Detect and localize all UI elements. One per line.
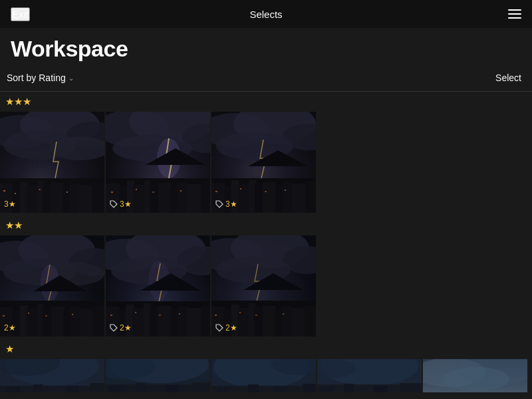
photo-rating-label: 3★ [110, 200, 132, 209]
svg-rect-135 [283, 313, 284, 315]
svg-rect-42 [136, 189, 137, 190]
svg-rect-129 [281, 307, 293, 336]
svg-rect-104 [150, 307, 159, 336]
svg-rect-166 [344, 384, 354, 392]
svg-rect-20 [39, 189, 41, 190]
svg-rect-17 [92, 182, 104, 213]
svg-rect-18 [3, 190, 5, 192]
svg-rect-109 [201, 305, 210, 336]
main-content: ★★★ [0, 92, 532, 392]
page-title: Workspace [11, 36, 521, 62]
svg-rect-132 [215, 315, 217, 316]
sort-bar: Sort by Rating ⌄ Select [0, 67, 532, 92]
one-star-grid [0, 358, 532, 392]
svg-rect-61 [292, 184, 307, 213]
one-star-header: ★ [0, 339, 532, 358]
exit-button[interactable]: Exit [11, 7, 30, 21]
svg-rect-43 [152, 192, 154, 193]
photo-thumb[interactable]: 2★ [211, 235, 316, 336]
svg-rect-127 [263, 306, 276, 336]
svg-rect-112 [159, 315, 161, 316]
hamburger-line-1 [508, 9, 521, 11]
svg-rect-133 [239, 312, 241, 313]
svg-rect-107 [178, 307, 188, 336]
three-star-grid: 3★ [0, 110, 532, 215]
svg-rect-158 [248, 384, 259, 392]
svg-rect-81 [43, 307, 53, 336]
svg-rect-150 [136, 383, 145, 392]
svg-rect-57 [255, 183, 264, 213]
photo-thumb[interactable]: 3★ [0, 112, 104, 213]
photo-rating-label: 3★ [4, 200, 16, 209]
tag-icon [110, 324, 118, 332]
two-star-section: ★★ [0, 215, 532, 339]
two-star-grid: 2★ [0, 234, 532, 339]
three-star-section: ★★★ [0, 92, 532, 215]
svg-rect-55 [238, 184, 250, 213]
svg-rect-111 [135, 312, 136, 313]
svg-rect-143 [66, 386, 78, 392]
svg-rect-10 [27, 185, 39, 213]
tag-icon [110, 200, 118, 208]
svg-rect-40 [201, 182, 210, 213]
svg-rect-151 [166, 385, 179, 392]
photo-thumb[interactable]: 3★ [211, 112, 316, 213]
rating-stars: 3★ [4, 200, 16, 209]
photo-rating-label: 2★ [215, 323, 237, 332]
hamburger-line-3 [508, 17, 521, 19]
svg-rect-105 [158, 306, 172, 336]
photo-thumb[interactable] [0, 359, 104, 392]
top-navigation: Exit Selects [0, 0, 532, 28]
photo-thumb[interactable]: 2★ [0, 235, 104, 336]
svg-rect-66 [285, 190, 286, 191]
two-star-header: ★★ [0, 215, 532, 234]
svg-rect-108 [187, 308, 202, 336]
select-button[interactable]: Select [495, 72, 521, 83]
svg-rect-60 [283, 182, 293, 213]
photo-thumb[interactable] [423, 359, 527, 392]
svg-rect-82 [51, 307, 65, 336]
svg-rect-63 [215, 191, 217, 192]
svg-rect-102 [132, 308, 145, 336]
tag-icon [215, 200, 223, 208]
hamburger-line-2 [508, 13, 521, 15]
svg-rect-157 [217, 387, 229, 392]
photo-rating-label: 3★ [215, 200, 237, 209]
svg-rect-168 [400, 383, 422, 392]
menu-icon[interactable] [508, 9, 521, 19]
svg-rect-64 [240, 188, 241, 190]
svg-rect-21 [66, 192, 68, 193]
svg-rect-16 [78, 185, 93, 213]
rating-stars: 3★ [225, 200, 237, 209]
svg-rect-62 [305, 181, 316, 213]
svg-rect-58 [263, 182, 277, 213]
photo-thumb[interactable]: 2★ [106, 235, 210, 336]
svg-rect-41 [111, 192, 113, 193]
page-title-area: Workspace [0, 28, 532, 67]
svg-rect-141 [7, 387, 20, 392]
svg-rect-126 [254, 307, 264, 336]
svg-rect-113 [179, 313, 180, 315]
svg-rect-88 [28, 313, 29, 314]
photo-thumb[interactable] [317, 359, 422, 392]
tag-icon [215, 324, 223, 332]
svg-rect-152 [192, 382, 210, 392]
svg-rect-33 [133, 185, 146, 213]
svg-point-172 [443, 367, 509, 391]
svg-rect-144 [90, 383, 104, 392]
svg-rect-39 [187, 184, 202, 213]
sort-button[interactable]: Sort by Rating ⌄ [3, 70, 78, 86]
svg-rect-19 [15, 193, 16, 194]
svg-rect-38 [177, 183, 188, 213]
photo-thumb[interactable] [106, 359, 210, 392]
photo-thumb[interactable]: 3★ [106, 112, 210, 213]
svg-rect-167 [374, 386, 388, 392]
svg-rect-159 [275, 386, 287, 392]
photo-rating-label: 2★ [4, 323, 16, 332]
rating-stars: 3★ [120, 200, 132, 209]
svg-rect-85 [80, 309, 94, 336]
svg-rect-35 [150, 184, 160, 213]
photo-thumb[interactable] [211, 359, 316, 392]
svg-rect-131 [305, 305, 316, 336]
svg-rect-12 [43, 184, 52, 213]
